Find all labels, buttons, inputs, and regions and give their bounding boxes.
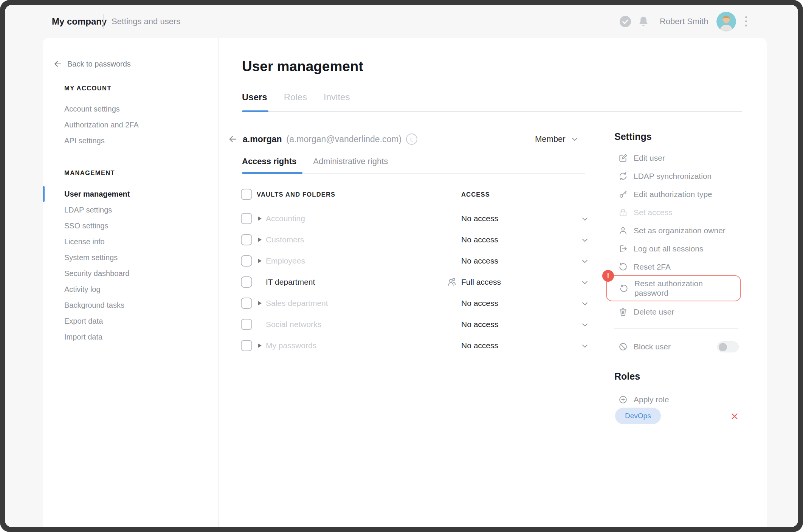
access-level-value: No access xyxy=(461,208,498,229)
block-user-toggle[interactable] xyxy=(717,341,739,352)
settings-item-label: Edit user xyxy=(634,154,665,163)
row-checkbox[interactable] xyxy=(241,213,252,224)
panel-divider xyxy=(614,364,738,364)
apply-role-button[interactable]: Apply role xyxy=(606,391,742,409)
expander-triangle-icon[interactable] xyxy=(258,343,262,348)
role-chip-devops: DevOps xyxy=(615,408,661,424)
table-row: Employees No access xyxy=(43,250,591,271)
role-chip-label: DevOps xyxy=(625,412,651,420)
trash-icon xyxy=(618,307,628,317)
avatar[interactable] xyxy=(716,12,736,31)
reset-2fa-button[interactable]: Reset 2FA xyxy=(606,258,742,276)
row-checkbox[interactable] xyxy=(241,298,252,309)
tab-administrative-rights[interactable]: Administrative rights xyxy=(313,157,388,166)
vault-name: Sales department xyxy=(266,293,328,314)
expander-triangle-icon[interactable] xyxy=(258,301,262,306)
topbar-divider xyxy=(103,14,104,29)
ldap-synchronization-button[interactable]: LDAP synchronization xyxy=(606,167,742,185)
user-email: (a.morgan@vanderlinde.com) xyxy=(287,134,402,144)
tab-users[interactable]: Users xyxy=(242,92,267,102)
vault-name: My passwords xyxy=(266,335,316,356)
access-level-value: No access xyxy=(461,229,498,250)
settings-title: Settings xyxy=(614,131,652,142)
back-to-passwords-link[interactable]: Back to passwords xyxy=(53,59,131,69)
user-back-button[interactable] xyxy=(228,134,238,144)
expander-triangle-icon[interactable] xyxy=(258,259,262,263)
active-tab-underline xyxy=(242,110,268,112)
row-checkbox[interactable] xyxy=(241,319,252,330)
access-icon-wrap xyxy=(447,271,457,293)
sidebar-item-authorization-2fa[interactable]: Authorization and 2FA xyxy=(64,117,139,133)
set-access-button: Set access xyxy=(606,203,742,222)
tab-invites[interactable]: Invites xyxy=(324,92,350,102)
logout-all-sessions-button[interactable]: Log out all sessions xyxy=(606,240,742,258)
access-dropdown-chevron-icon[interactable] xyxy=(581,321,589,329)
app-page: My company Settings and users Robert Smi… xyxy=(5,5,798,527)
sync-icon xyxy=(618,171,628,181)
settings-item-label: Set as organization owner xyxy=(634,226,725,235)
vault-name: Accounting xyxy=(266,208,305,229)
window-frame: My company Settings and users Robert Smi… xyxy=(0,0,803,532)
kebab-menu-icon[interactable] xyxy=(745,16,747,26)
row-checkbox[interactable] xyxy=(241,340,252,351)
panel-divider xyxy=(614,437,738,437)
content-card: Back to passwords MY ACCOUNT Account set… xyxy=(43,38,767,527)
row-checkbox[interactable] xyxy=(241,255,252,267)
access-level-value: No access xyxy=(461,314,498,335)
person-icon xyxy=(618,226,628,236)
member-role-value: Member xyxy=(535,134,566,144)
settings-item-label: Set access xyxy=(634,208,673,217)
table-row: Customers No access xyxy=(43,229,591,250)
main-tabs: Users Roles Invites xyxy=(242,92,350,102)
sidebar-item-api-settings[interactable]: API settings xyxy=(64,133,105,149)
access-dropdown-chevron-icon[interactable] xyxy=(581,236,589,244)
expander-triangle-icon[interactable] xyxy=(258,237,262,242)
logout-icon xyxy=(618,244,628,254)
section-title-management: MANAGEMENT xyxy=(64,169,115,177)
member-role-dropdown[interactable]: Member xyxy=(535,132,578,147)
people-icon xyxy=(447,277,457,287)
vault-name: IT department xyxy=(266,271,315,293)
settings-item-label: Delete user xyxy=(634,307,674,316)
edit-icon xyxy=(618,153,628,163)
topbar: My company Settings and users Robert Smi… xyxy=(5,5,798,38)
key-icon xyxy=(618,189,628,199)
access-dropdown-chevron-icon[interactable] xyxy=(581,257,589,265)
tab-roles[interactable]: Roles xyxy=(284,92,307,102)
lock-icon xyxy=(618,208,628,217)
column-access: ACCESS xyxy=(461,188,490,200)
settings-item-label: Edit authorization type xyxy=(634,190,712,199)
access-dropdown-chevron-icon[interactable] xyxy=(581,279,589,286)
topbar-user-name: Robert Smith xyxy=(660,17,708,26)
company-name: My company xyxy=(52,5,107,38)
access-level-value: No access xyxy=(461,293,498,314)
back-label: Back to passwords xyxy=(67,60,131,68)
row-checkbox[interactable] xyxy=(241,234,252,245)
table-row: Social networks No access xyxy=(43,314,591,335)
access-level-value: No access xyxy=(461,250,498,271)
edit-authorization-type-button[interactable]: Edit authorization type xyxy=(606,185,742,203)
bell-icon[interactable] xyxy=(637,15,650,28)
plus-circle-icon xyxy=(618,395,628,405)
panel-divider xyxy=(614,328,738,329)
back-arrow-icon xyxy=(53,59,63,69)
page-title: User management xyxy=(242,59,363,74)
set-organization-owner-button[interactable]: Set as organization owner xyxy=(606,222,742,240)
select-all-checkbox[interactable] xyxy=(241,189,252,200)
access-dropdown-chevron-icon[interactable] xyxy=(581,215,589,223)
vault-name: Customers xyxy=(266,229,304,250)
ldap-user-badge-icon: L xyxy=(406,133,417,145)
access-dropdown-chevron-icon[interactable] xyxy=(581,300,589,307)
access-dropdown-chevron-icon[interactable] xyxy=(581,342,589,350)
roles-title: Roles xyxy=(614,371,640,382)
remove-role-x-icon[interactable] xyxy=(730,411,739,421)
delete-user-button[interactable]: Delete user xyxy=(606,303,742,321)
block-user-label: Block user xyxy=(634,342,671,351)
row-checkbox[interactable] xyxy=(241,276,252,288)
sidebar-item-account-settings[interactable]: Account settings xyxy=(64,101,120,117)
check-circle-icon[interactable] xyxy=(619,15,632,28)
edit-user-button[interactable]: Edit user xyxy=(606,149,742,167)
reset-authorization-password-button[interactable]: ! Reset authorization password xyxy=(606,275,741,301)
expander-triangle-icon[interactable] xyxy=(258,216,262,221)
tab-access-rights[interactable]: Access rights xyxy=(242,157,296,166)
